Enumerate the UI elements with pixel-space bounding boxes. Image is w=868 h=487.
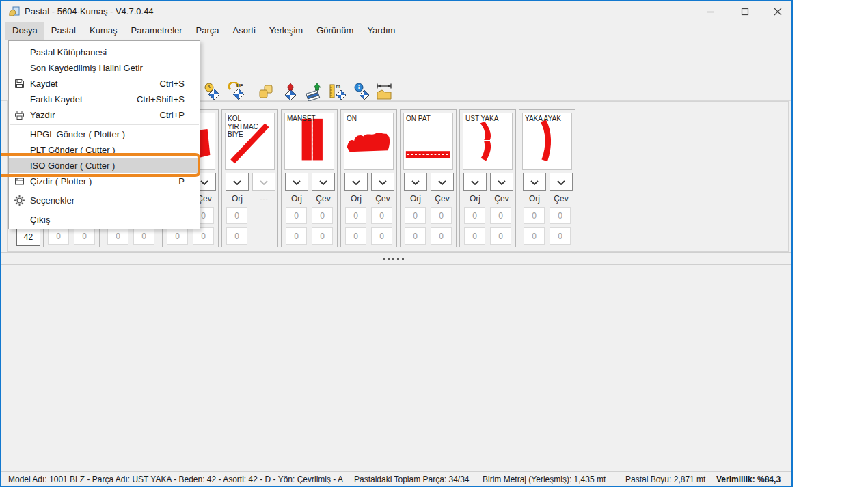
cev-dropdown[interactable] <box>550 173 573 191</box>
cev-label: Çev <box>312 194 335 204</box>
orj-dropdown[interactable] <box>404 173 427 191</box>
piece-preview: ON PAT <box>403 113 453 170</box>
menu-item-plt-gönder-cutter[interactable]: PLT Gönder ( Cutter ) <box>9 142 200 158</box>
menu-item-label: Son Kaydedilmiş Halini Getir <box>30 63 143 73</box>
piece-time-icon[interactable] <box>202 81 223 102</box>
cev-dropdown[interactable] <box>312 173 335 191</box>
plotter-icon <box>14 176 25 187</box>
work-area: mabc <box>1 265 791 471</box>
count-field[interactable]: 0 <box>312 207 333 224</box>
chevron-down-icon <box>438 176 446 188</box>
count-field[interactable]: 0 <box>405 207 426 224</box>
menubar-item-dosya[interactable]: Dosya <box>5 22 44 40</box>
window-title: Pastal - 5604-Kumaş - V4.7.0.44 <box>25 6 154 16</box>
menubar-item-yerleşim[interactable]: Yerleşim <box>262 22 310 40</box>
piece-title: YAKA AYAK <box>525 115 570 123</box>
status-segment-1: Pastaldaki Toplam Parça: 34/34 <box>354 475 470 484</box>
menubar-item-yardım[interactable]: Yardım <box>360 22 402 40</box>
menubar-item-parametreler[interactable]: Parametreler <box>124 22 189 40</box>
orj-dropdown[interactable] <box>285 173 308 191</box>
count-field[interactable]: 0 <box>524 207 545 224</box>
menu-item-label: Farklı Kaydet <box>30 94 83 105</box>
piece-time-up-icon[interactable]: UP <box>226 81 248 102</box>
orj-dropdown[interactable] <box>344 173 368 191</box>
marker-raise-green-icon[interactable] <box>303 81 325 102</box>
piece-title: MANSET <box>287 115 332 123</box>
orj-label: Orj <box>404 194 427 204</box>
orj-dropdown[interactable] <box>463 173 487 191</box>
file-menu: Pastal KütüphanesiSon Kaydedilmiş Halini… <box>8 40 200 229</box>
count-field[interactable]: 0 <box>464 227 485 245</box>
marker-width-icon[interactable] <box>373 81 395 102</box>
maximize-button[interactable] <box>730 1 760 22</box>
count-field[interactable]: 0 <box>524 227 545 245</box>
cev-dropdown[interactable] <box>431 173 454 191</box>
cev-label: --- <box>252 194 275 204</box>
menu-item-shortcut: Ctrl+P <box>160 110 200 120</box>
count-field[interactable]: 0 <box>550 207 571 224</box>
count-field[interactable]: 0 <box>371 227 392 245</box>
count-field[interactable]: 0 <box>405 227 426 245</box>
status-segment-4: Verimlilik: %84,3 <box>716 475 781 484</box>
menu-item-yazdır[interactable]: YazdırCtrl+P <box>9 107 200 123</box>
minimize-button[interactable] <box>696 1 726 22</box>
menubar-item-parça[interactable]: Parça <box>189 22 226 40</box>
close-button[interactable] <box>763 1 793 22</box>
size-box[interactable]: 42 <box>16 228 40 246</box>
measure-length-icon[interactable]: m <box>327 81 349 102</box>
count-field[interactable]: 0 <box>371 207 392 224</box>
count-field[interactable]: 0 <box>226 207 247 224</box>
menu-item-pastal-kütüphanesi[interactable]: Pastal Kütüphanesi <box>9 44 200 60</box>
count-field[interactable]: 0 <box>345 227 366 245</box>
chevron-down-icon <box>471 176 479 188</box>
count-field[interactable]: 0 <box>167 227 188 245</box>
count-field[interactable]: 0 <box>312 227 333 245</box>
menubar-item-görünüm[interactable]: Görünüm <box>310 22 360 40</box>
count-field[interactable]: 0 <box>226 227 247 245</box>
count-field[interactable]: 0 <box>193 227 214 245</box>
menubar-item-asorti[interactable]: Asorti <box>226 22 262 40</box>
menu-item-shortcut: Ctrl+Shift+S <box>137 94 200 105</box>
count-field[interactable]: 0 <box>464 207 485 224</box>
cev-dropdown[interactable] <box>490 173 513 191</box>
piece-card-on-pat: ON PATOrjÇev0000 <box>400 109 457 247</box>
piece-preview: MANSET <box>284 113 334 170</box>
cev-dropdown[interactable] <box>371 173 394 191</box>
menu-item-hpgl-gönder-plotter[interactable]: HPGL Gönder ( Plotter ) <box>9 126 200 142</box>
menu-item-iso-gönder-cutter[interactable]: ISO Gönder ( Cutter ) <box>9 158 200 173</box>
app-icon <box>8 5 21 18</box>
splitter-handle[interactable] <box>1 252 791 265</box>
count-field[interactable]: 0 <box>490 227 511 245</box>
piece-title: UST YAKA <box>465 115 511 123</box>
count-field[interactable]: 0 <box>490 207 511 224</box>
menubar-item-pastal[interactable]: Pastal <box>44 22 83 40</box>
count-field[interactable]: 0 <box>74 227 95 245</box>
count-field[interactable]: 0 <box>550 227 571 245</box>
menu-item-kaydet[interactable]: KaydetCtrl+S <box>9 76 200 92</box>
menu-item-label: PLT Gönder ( Cutter ) <box>30 145 116 155</box>
piece-raise-red-icon[interactable] <box>279 81 301 102</box>
menubar-item-kumaş[interactable]: Kumaş <box>83 22 124 40</box>
menu-item-farklı-kaydet[interactable]: Farklı KaydetCtrl+Shift+S <box>9 92 200 107</box>
title-bar: Pastal - 5604-Kumaş - V4.7.0.44 <box>1 1 791 22</box>
orj-label: Orj <box>226 194 249 204</box>
count-field[interactable]: 0 <box>286 227 307 245</box>
copy-piece-icon[interactable] <box>255 81 277 102</box>
cev-label: Çev <box>550 194 573 204</box>
count-field[interactable]: 0 <box>431 227 452 245</box>
count-field[interactable]: 0 <box>286 207 307 224</box>
menu-item-çizdir-plotter[interactable]: Çizdir ( Plotter )P <box>9 173 200 189</box>
gear-icon <box>14 195 25 206</box>
count-field[interactable]: 0 <box>133 227 154 245</box>
piece-info-icon[interactable]: i <box>351 81 372 102</box>
menu-item-seçenekler[interactable]: Seçenekler <box>9 193 200 208</box>
menu-item-son-kaydedilmiş-halini-getir[interactable]: Son Kaydedilmiş Halini Getir <box>9 60 200 76</box>
count-field[interactable]: 0 <box>431 207 452 224</box>
count-field[interactable]: 0 <box>107 227 128 245</box>
orj-dropdown[interactable] <box>226 173 249 191</box>
menu-item-çıkış[interactable]: Çıkış <box>9 212 200 227</box>
status-bar: Model Adı: 1001 BLZ - Parça Adı: UST YAK… <box>1 471 791 486</box>
orj-dropdown[interactable] <box>523 173 546 191</box>
count-field[interactable]: 0 <box>345 207 366 224</box>
count-field[interactable]: 0 <box>48 227 69 245</box>
